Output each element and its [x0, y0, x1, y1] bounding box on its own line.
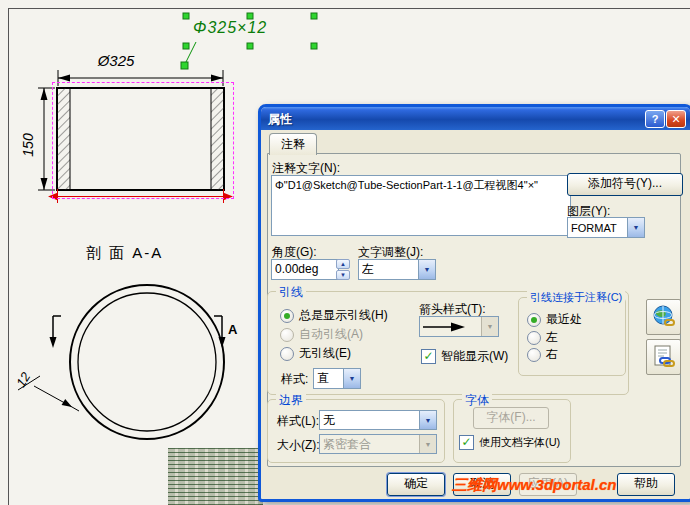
dim-thickness-text[interactable]: 12: [13, 369, 34, 390]
radio-label: 无引线(E): [299, 345, 351, 362]
radio-icon[interactable]: [527, 348, 541, 362]
title-block-notes: [168, 448, 263, 505]
section-view-circle[interactable]: [70, 285, 224, 439]
selection-handle[interactable]: [183, 43, 189, 49]
cad-application-window: Ø325 150: [0, 0, 690, 505]
tab-note[interactable]: 注释: [269, 133, 317, 155]
hyperlink-globe-button[interactable]: [646, 299, 681, 335]
chevron-down-icon[interactable]: ▼: [343, 369, 360, 388]
angle-input[interactable]: 0.00deg: [271, 259, 339, 280]
text-justify-combo[interactable]: 左 ▼: [358, 259, 436, 280]
chevron-down-icon[interactable]: ▼: [419, 411, 436, 429]
dialog-titlebar[interactable]: 属性 ? ✕: [261, 107, 690, 130]
add-symbol-button[interactable]: 添加符号(Y)...: [567, 173, 683, 196]
radio-icon[interactable]: [527, 313, 541, 327]
checkbox-label: 使用文档字体(U): [479, 435, 560, 450]
dimension-diameter-325[interactable]: Ø325: [58, 52, 223, 86]
smart-arrow-checkbox[interactable]: ✓ 智能显示(W): [421, 348, 508, 365]
selected-note-text[interactable]: Φ325×12: [193, 19, 333, 37]
leader-style-value: 直: [317, 370, 343, 387]
checkbox-check-icon[interactable]: ✓: [421, 349, 436, 364]
leader-group: 引线 总是显示引线(H) 自动引线(A) 无引线(E) 箭头样式(T): ▼: [267, 291, 629, 395]
radio-label: 自动引线(A): [299, 326, 363, 343]
chevron-down-icon[interactable]: ▼: [627, 218, 644, 237]
dimension-thickness-12[interactable]: 12: [13, 369, 79, 411]
help-titlebar-button[interactable]: ?: [645, 110, 665, 128]
leader-attach-group-label: 引线连接于注释(C): [527, 290, 625, 305]
doc-link-icon: [651, 344, 677, 370]
ok-button[interactable]: 确定: [387, 473, 445, 496]
leader-style-label: 样式:: [281, 371, 308, 388]
section-view-title: 剖 面 A-A: [86, 244, 163, 263]
chevron-down-icon: ▼: [419, 435, 436, 453]
angle-spinner[interactable]: ▲ ▼: [336, 259, 350, 280]
checkbox-label: 智能显示(W): [441, 348, 508, 365]
leader-group-label: 引线: [276, 284, 306, 301]
close-button[interactable]: ✕: [666, 110, 686, 128]
radio-attach-right[interactable]: 右: [527, 346, 558, 363]
radio-auto-leader: 自动引线(A): [280, 326, 363, 343]
border-size-label: 大小(Z):: [277, 437, 320, 454]
hyperlink-doc-button[interactable]: [646, 339, 681, 375]
border-style-combo[interactable]: 无 ▼: [319, 410, 437, 430]
arrow-style-combo[interactable]: ▼: [419, 316, 499, 337]
radio-icon[interactable]: [280, 347, 294, 361]
text-justify-value: 左: [362, 261, 418, 278]
selection-handle[interactable]: [311, 43, 317, 49]
dim-height-text[interactable]: 150: [20, 133, 36, 157]
radio-no-leader[interactable]: 无引线(E): [280, 345, 351, 362]
radio-label: 总是显示引线(H): [299, 307, 388, 324]
radio-attach-left[interactable]: 左: [527, 329, 558, 346]
spin-down-icon[interactable]: ▼: [336, 270, 350, 280]
leader-attach-group: 引线连接于注释(C) 最近处 左 右: [518, 297, 626, 376]
radio-icon: [280, 328, 294, 342]
radio-label: 最近处: [546, 311, 582, 328]
note-text-area[interactable]: Φ"D1@Sketch@Tube-SectionPart-1-1@工程视图4"×…: [271, 175, 571, 236]
selection-handle[interactable]: [247, 43, 253, 49]
font-button: 字体(F)...: [473, 407, 549, 429]
checkbox-check-icon[interactable]: ✓: [459, 435, 474, 450]
help-button[interactable]: 帮助: [617, 473, 675, 496]
border-group-label: 边界: [276, 392, 306, 409]
radio-label: 左: [546, 329, 558, 346]
border-style-label: 样式(L):: [277, 413, 319, 430]
border-size-value: 紧密套合: [323, 436, 419, 453]
dim-dia-text[interactable]: Ø325: [97, 52, 135, 69]
radio-attach-nearest[interactable]: 最近处: [527, 311, 582, 328]
watermark: 三维网www.3dportal.cn: [452, 476, 616, 495]
use-document-font-checkbox[interactable]: ✓ 使用文档字体(U): [459, 435, 560, 450]
dialog-title: 属性: [268, 111, 292, 128]
spin-up-icon[interactable]: ▲: [336, 259, 350, 269]
chevron-down-icon[interactable]: ▼: [418, 260, 435, 279]
chevron-down-icon[interactable]: ▼: [481, 317, 498, 336]
selection-box: [52, 82, 234, 199]
selection-handle[interactable]: [183, 13, 189, 19]
layer-combo[interactable]: FORMAT ▼: [567, 217, 645, 238]
dimension-height-150[interactable]: 150: [20, 88, 55, 190]
section-mark-label: A: [228, 322, 238, 337]
leader-attach-handle[interactable]: [181, 62, 188, 69]
border-group: 边界 样式(L): 无 ▼ 大小(Z): 紧密套合 ▼: [267, 399, 445, 463]
radio-always-show-leader[interactable]: 总是显示引线(H): [280, 307, 388, 324]
leader-style-combo[interactable]: 直 ▼: [313, 368, 361, 389]
border-style-value: 无: [323, 412, 419, 429]
radio-label: 右: [546, 346, 558, 363]
arrow-style-preview-icon: [423, 322, 465, 332]
properties-dialog: 属性 ? ✕ 注释 注释文字(N): Φ"D1@Sketch@Tube-Sect…: [258, 104, 690, 502]
radio-icon[interactable]: [527, 331, 541, 345]
layer-value: FORMAT: [571, 222, 627, 234]
border-size-combo: 紧密套合 ▼: [319, 434, 437, 454]
radio-icon[interactable]: [280, 309, 294, 323]
font-group: 字体 字体(F)... ✓ 使用文档字体(U): [453, 399, 571, 463]
globe-link-icon: [651, 304, 677, 330]
